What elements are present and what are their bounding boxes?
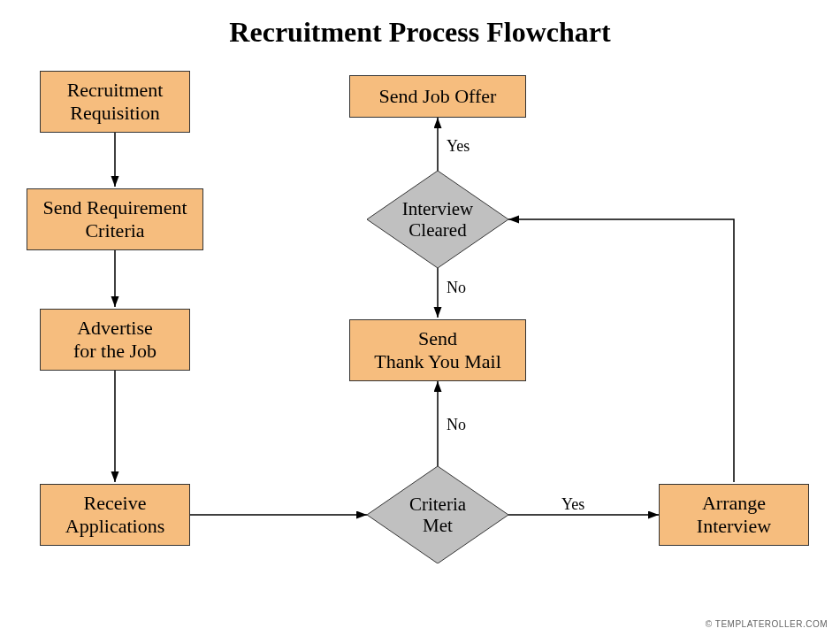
edge-criteria-yes: Yes	[561, 495, 584, 514]
node-interview-cleared-label: Interview Cleared	[402, 198, 473, 241]
node-send-job-offer: Send Job Offer	[349, 75, 526, 118]
edge-interview-no: No	[447, 279, 466, 297]
node-advertise-job: Advertise for the Job	[40, 309, 190, 371]
edge-interview-yes: Yes	[447, 137, 470, 156]
node-receive-applications: Receive Applications	[40, 484, 190, 546]
edge-criteria-no: No	[447, 416, 466, 434]
page-title: Recruitment Process Flowchart	[0, 16, 840, 49]
node-interview-cleared: Interview Cleared	[367, 171, 508, 268]
node-criteria-met: Criteria Met	[367, 466, 508, 563]
node-criteria-met-label: Criteria Met	[409, 494, 466, 536]
node-arrange-interview: Arrange Interview	[659, 484, 809, 546]
node-send-requirement-criteria: Send Requirement Criteria	[27, 188, 203, 250]
node-recruitment-requisition: Recruitment Requisition	[40, 71, 190, 133]
node-send-thank-you: Send Thank You Mail	[349, 319, 526, 381]
footer-credit: © TEMPLATEROLLER.COM	[706, 619, 828, 629]
